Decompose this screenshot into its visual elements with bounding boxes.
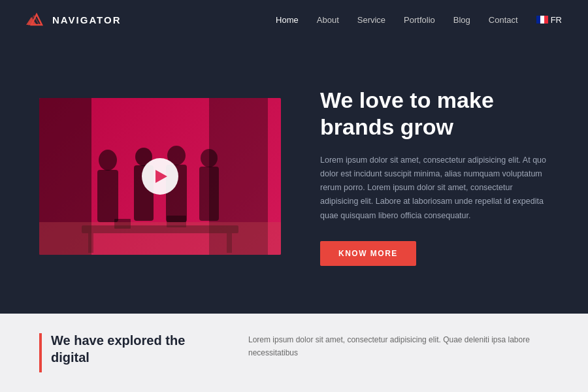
language-selector[interactable]: FR xyxy=(536,15,562,25)
header: NAVIGATOR Home About Service Portfolio B… xyxy=(0,0,588,39)
bottom-left: We have explored the digital xyxy=(39,332,222,372)
nav-home[interactable]: Home xyxy=(276,15,299,25)
logo-text: NAVIGATOR xyxy=(52,14,122,25)
play-button[interactable] xyxy=(142,158,178,195)
hero-section: We love to make brands grow Lorem ipsum … xyxy=(0,39,588,314)
hero-title: We love to make brands grow xyxy=(320,87,549,140)
nav-about[interactable]: About xyxy=(317,15,339,25)
svg-rect-5 xyxy=(544,16,548,24)
svg-rect-3 xyxy=(536,16,540,24)
svg-rect-13 xyxy=(199,167,219,221)
hero-body: Lorem ipsum dolor sit amet, consectetur … xyxy=(320,154,549,223)
svg-point-12 xyxy=(201,149,218,167)
lang-label: FR xyxy=(551,15,562,25)
bottom-section: We have explored the digital Lorem ipsum… xyxy=(0,314,588,392)
bottom-body: Lorem ipsum dolor sit amet, consectetur … xyxy=(248,332,549,360)
hero-content: We love to make brands grow Lorem ipsum … xyxy=(320,87,549,266)
red-accent-bar xyxy=(39,333,42,372)
nav-service[interactable]: Service xyxy=(357,15,385,25)
logo-icon xyxy=(26,10,47,29)
nav-contact[interactable]: Contact xyxy=(489,15,518,25)
svg-point-6 xyxy=(99,150,117,171)
know-more-button[interactable]: KNOW MORE xyxy=(320,241,416,266)
bottom-title: We have explored the digital xyxy=(51,332,222,366)
svg-rect-4 xyxy=(540,16,544,24)
video-thumbnail[interactable] xyxy=(39,98,281,255)
logo[interactable]: NAVIGATOR xyxy=(26,10,122,29)
nav-portfolio[interactable]: Portfolio xyxy=(404,15,435,25)
nav: Home About Service Portfolio Blog Contac… xyxy=(276,15,562,25)
flag-icon xyxy=(536,16,548,24)
play-icon xyxy=(155,170,167,183)
desk-area xyxy=(39,222,281,255)
nav-blog[interactable]: Blog xyxy=(453,15,470,25)
svg-rect-7 xyxy=(97,170,118,222)
